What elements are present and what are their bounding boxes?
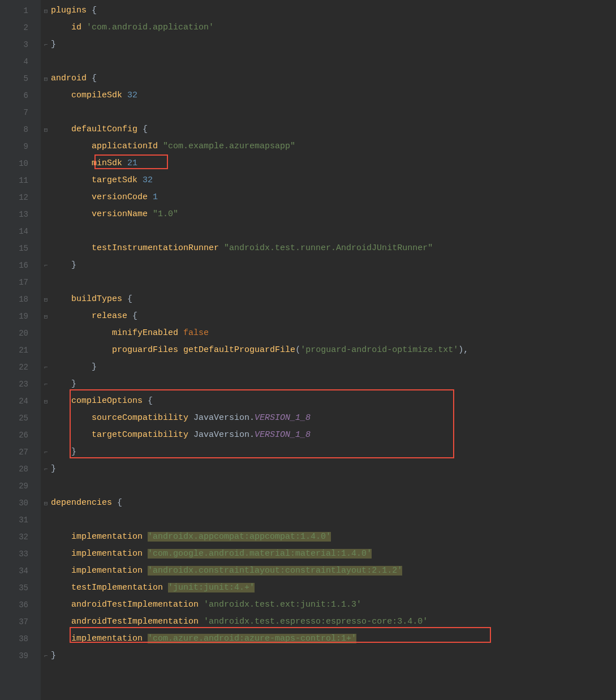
code-line[interactable]: } bbox=[51, 257, 616, 274]
token-const: false bbox=[183, 328, 209, 338]
fold-close-icon[interactable]: ⌐ bbox=[41, 444, 51, 461]
code-line[interactable]: implementation 'androidx.appcompat:appco… bbox=[51, 529, 616, 546]
fold-open-icon[interactable]: ⊟ bbox=[41, 2, 51, 19]
token-fn: implementation bbox=[71, 532, 143, 542]
token-plain bbox=[127, 311, 132, 321]
token-brace: } bbox=[71, 260, 76, 270]
token-brace: } bbox=[92, 362, 97, 372]
token-plain bbox=[51, 23, 71, 32]
line-number-gutter: 1234567891011121314151617181920212223242… bbox=[0, 0, 41, 700]
fold-open-icon[interactable]: ⊟ bbox=[41, 393, 51, 410]
code-line[interactable]: applicationId "com.example.azuremapsapp" bbox=[51, 138, 616, 155]
code-line[interactable]: testImplementation 'junit:junit:4.+' bbox=[51, 579, 616, 596]
token-plain bbox=[51, 600, 71, 609]
code-line[interactable]: minifyEnabled false bbox=[51, 325, 616, 342]
code-line[interactable] bbox=[51, 223, 616, 240]
fold-none bbox=[41, 206, 51, 223]
line-number: 35 bbox=[0, 579, 41, 596]
code-line[interactable]: } bbox=[51, 359, 616, 376]
token-str: 'androidx.test.espresso:espresso-core:3.… bbox=[204, 617, 428, 626]
token-plain bbox=[51, 311, 92, 321]
code-line[interactable] bbox=[51, 478, 616, 495]
line-number: 19 bbox=[0, 308, 41, 325]
line-number: 17 bbox=[0, 274, 41, 291]
fold-close-icon[interactable]: ⌐ bbox=[41, 257, 51, 274]
token-fn: androidTestImplementation bbox=[71, 600, 199, 609]
token-brace: { bbox=[132, 311, 137, 321]
fold-close-icon[interactable]: ⌐ bbox=[41, 647, 51, 664]
code-line[interactable]: defaultConfig { bbox=[51, 121, 616, 138]
code-line[interactable]: release { bbox=[51, 308, 616, 325]
code-editor-area[interactable]: plugins { id 'com.android.application'}a… bbox=[51, 0, 616, 700]
code-line[interactable]: implementation 'androidx.constraintlayou… bbox=[51, 562, 616, 579]
code-line[interactable]: targetSdk 32 bbox=[51, 172, 616, 189]
line-number: 3 bbox=[0, 36, 41, 53]
fold-close-icon[interactable]: ⌐ bbox=[41, 36, 51, 53]
code-line[interactable]: minSdk 21 bbox=[51, 155, 616, 172]
token-plain bbox=[51, 583, 71, 592]
token-fn: id bbox=[71, 23, 81, 32]
token-fn: sourceCompatibility bbox=[92, 413, 188, 423]
fold-open-icon[interactable]: ⊟ bbox=[41, 495, 51, 512]
fold-open-icon[interactable]: ⊟ bbox=[41, 291, 51, 308]
line-number: 37 bbox=[0, 613, 41, 630]
token-plain bbox=[51, 243, 92, 253]
code-line[interactable]: plugins { bbox=[51, 2, 616, 19]
code-line[interactable]: } bbox=[51, 647, 616, 664]
fold-none bbox=[41, 562, 51, 579]
fold-open-icon[interactable]: ⊟ bbox=[41, 308, 51, 325]
fold-close-icon[interactable]: ⌐ bbox=[41, 376, 51, 393]
token-plain bbox=[188, 430, 193, 440]
line-number: 8 bbox=[0, 121, 41, 138]
code-line[interactable]: implementation 'com.google.android.mater… bbox=[51, 546, 616, 562]
fold-none bbox=[41, 630, 51, 647]
token-fn: androidTestImplementation bbox=[71, 617, 199, 626]
fold-none bbox=[41, 189, 51, 206]
token-plain bbox=[143, 396, 148, 406]
code-line[interactable]: testInstrumentationRunner "androidx.test… bbox=[51, 240, 616, 257]
code-line[interactable]: androidTestImplementation 'androidx.test… bbox=[51, 613, 616, 630]
code-line[interactable]: id 'com.android.application' bbox=[51, 19, 616, 36]
fold-gutter: ⊟⌐⊟⊟⌐⊟⊟⌐⌐⊟⌐⌐⊟⌐ bbox=[41, 0, 51, 700]
code-line[interactable]: dependencies { bbox=[51, 495, 616, 512]
code-line[interactable]: } bbox=[51, 444, 616, 461]
token-fn: minifyEnabled bbox=[112, 328, 178, 338]
token-brace: { bbox=[127, 294, 132, 304]
fold-close-icon[interactable]: ⌐ bbox=[41, 359, 51, 376]
code-line[interactable]: } bbox=[51, 461, 616, 478]
fold-close-icon[interactable]: ⌐ bbox=[41, 461, 51, 478]
fold-none bbox=[41, 342, 51, 359]
code-line[interactable] bbox=[51, 274, 616, 291]
token-fn: testInstrumentationRunner bbox=[92, 243, 219, 253]
code-line[interactable]: } bbox=[51, 376, 616, 393]
code-line[interactable]: buildTypes { bbox=[51, 291, 616, 308]
code-line[interactable] bbox=[51, 104, 616, 121]
token-plain bbox=[122, 294, 127, 304]
token-str: 'androidx.test.ext:junit:1.1.3' bbox=[204, 600, 361, 609]
code-line[interactable]: targetCompatibility JavaVersion.VERSION_… bbox=[51, 427, 616, 444]
fold-open-icon[interactable]: ⊟ bbox=[41, 121, 51, 138]
fold-none bbox=[41, 274, 51, 291]
code-line[interactable]: proguardFiles getDefaultProguardFile('pr… bbox=[51, 342, 616, 359]
code-line[interactable]: } bbox=[51, 36, 616, 53]
token-plain bbox=[112, 498, 117, 508]
code-line[interactable]: implementation 'com.azure.android:azure-… bbox=[51, 630, 616, 647]
line-number: 13 bbox=[0, 206, 41, 223]
code-line[interactable]: versionCode 1 bbox=[51, 189, 616, 206]
token-brace: { bbox=[92, 6, 97, 15]
code-line[interactable]: android { bbox=[51, 70, 616, 87]
token-plain bbox=[87, 74, 92, 83]
code-line[interactable]: versionName "1.0" bbox=[51, 206, 616, 223]
code-line[interactable] bbox=[51, 53, 616, 70]
token-plain bbox=[51, 345, 112, 355]
token-plain bbox=[199, 617, 204, 626]
code-line[interactable]: compileSdk 32 bbox=[51, 87, 616, 104]
token-brace: { bbox=[92, 74, 97, 83]
code-line[interactable]: sourceCompatibility JavaVersion.VERSION_… bbox=[51, 410, 616, 427]
code-line[interactable]: compileOptions { bbox=[51, 393, 616, 410]
code-line[interactable]: androidTestImplementation 'androidx.test… bbox=[51, 596, 616, 613]
fold-open-icon[interactable]: ⊟ bbox=[41, 70, 51, 87]
token-fn: minSdk bbox=[92, 158, 122, 168]
code-line[interactable] bbox=[51, 512, 616, 529]
fold-none bbox=[41, 240, 51, 257]
